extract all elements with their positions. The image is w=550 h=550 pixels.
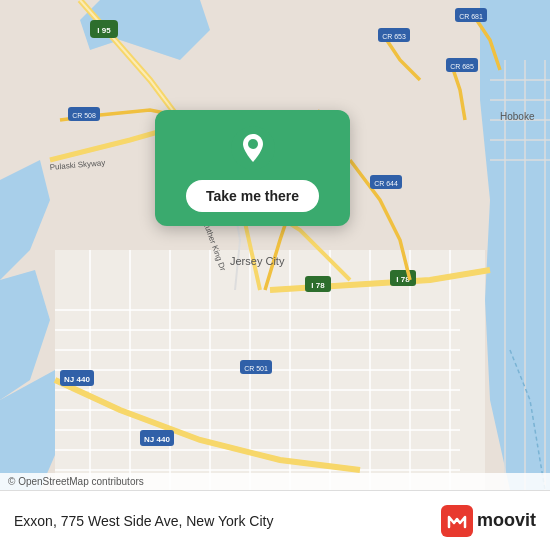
location-pin-icon — [231, 126, 275, 170]
moovit-icon — [441, 505, 473, 537]
svg-text:I 78: I 78 — [311, 281, 325, 290]
svg-text:CR 685: CR 685 — [450, 63, 474, 70]
location-card[interactable]: Take me there — [155, 110, 350, 226]
moovit-logo: moovit — [441, 505, 536, 537]
svg-text:NJ 440: NJ 440 — [64, 375, 90, 384]
svg-text:CR 508: CR 508 — [72, 112, 96, 119]
bottom-bar: Exxon, 775 West Side Ave, New York City … — [0, 490, 550, 550]
svg-text:CR 653: CR 653 — [382, 33, 406, 40]
svg-text:NJ 440: NJ 440 — [144, 435, 170, 444]
svg-text:CR 681: CR 681 — [459, 13, 483, 20]
map-attribution: © OpenStreetMap contributors — [0, 473, 550, 490]
location-title: Exxon, 775 West Side Ave, New York City — [14, 513, 441, 529]
svg-text:CR 644: CR 644 — [374, 180, 398, 187]
take-me-there-button[interactable]: Take me there — [186, 180, 319, 212]
map-container: I 95 NJ 440 NJ 440 I 78 I 78 CR 501 CR 5… — [0, 0, 550, 490]
moovit-label: moovit — [477, 510, 536, 531]
svg-text:Hoboke: Hoboke — [500, 111, 535, 122]
svg-text:CR 501: CR 501 — [244, 365, 268, 372]
svg-text:Jersey City: Jersey City — [230, 255, 285, 267]
svg-text:I 95: I 95 — [97, 26, 111, 35]
svg-point-50 — [248, 139, 258, 149]
